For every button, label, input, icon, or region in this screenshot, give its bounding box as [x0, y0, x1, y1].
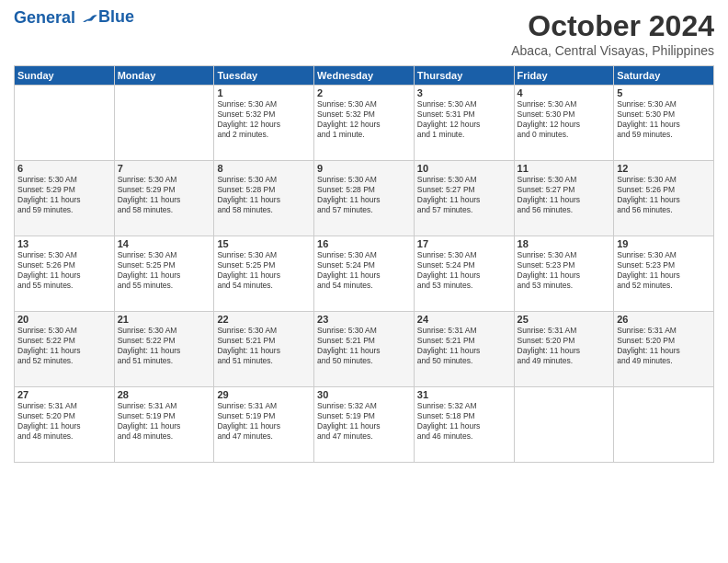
cell-info: and 54 minutes. — [217, 281, 311, 291]
logo-general: General — [14, 8, 75, 27]
day-number: 22 — [217, 314, 311, 325]
day-number: 24 — [417, 314, 511, 325]
calendar-cell: 1Sunrise: 5:30 AMSunset: 5:32 PMDaylight… — [214, 86, 314, 161]
day-number: 19 — [617, 238, 711, 249]
day-number: 26 — [617, 314, 711, 325]
calendar-cell: 13Sunrise: 5:30 AMSunset: 5:26 PMDayligh… — [15, 236, 115, 312]
cell-info: Sunrise: 5:30 AM — [417, 250, 511, 260]
calendar-table: SundayMondayTuesdayWednesdayThursdayFrid… — [14, 65, 714, 463]
cell-info: Sunrise: 5:32 AM — [417, 401, 511, 411]
cell-info: Daylight: 11 hours — [317, 346, 411, 356]
day-number: 9 — [317, 163, 411, 174]
week-row-4: 20Sunrise: 5:30 AMSunset: 5:22 PMDayligh… — [15, 312, 714, 387]
cell-info: Sunrise: 5:30 AM — [217, 326, 311, 336]
logo-bird-icon — [82, 10, 98, 27]
calendar-cell: 12Sunrise: 5:30 AMSunset: 5:26 PMDayligh… — [614, 161, 714, 236]
calendar-cell: 20Sunrise: 5:30 AMSunset: 5:22 PMDayligh… — [15, 312, 115, 387]
cell-info: Daylight: 11 hours — [417, 421, 511, 431]
cell-info: Sunset: 5:25 PM — [217, 260, 311, 270]
cell-info: Sunrise: 5:30 AM — [217, 250, 311, 260]
cell-info: and 48 minutes. — [118, 431, 211, 442]
calendar-cell: 7Sunrise: 5:30 AMSunset: 5:29 PMDaylight… — [114, 161, 214, 236]
day-number: 25 — [518, 314, 611, 325]
cell-info: Sunrise: 5:30 AM — [217, 175, 311, 185]
calendar-cell: 22Sunrise: 5:30 AMSunset: 5:21 PMDayligh… — [214, 312, 314, 387]
day-header-monday: Monday — [114, 66, 214, 86]
cell-info: Daylight: 11 hours — [118, 421, 211, 431]
cell-info: Sunset: 5:23 PM — [617, 260, 711, 270]
day-number: 30 — [317, 389, 411, 400]
cell-info: Daylight: 11 hours — [17, 346, 111, 356]
cell-info: Sunset: 5:21 PM — [317, 336, 411, 346]
week-row-2: 6Sunrise: 5:30 AMSunset: 5:29 PMDaylight… — [15, 161, 714, 236]
month-title: October 2024 — [511, 9, 714, 43]
cell-info: Sunset: 5:21 PM — [417, 336, 511, 346]
cell-info: Sunset: 5:22 PM — [118, 336, 211, 346]
cell-info: Sunset: 5:20 PM — [617, 336, 711, 346]
cell-info: Daylight: 11 hours — [217, 270, 311, 281]
day-number: 2 — [317, 87, 411, 98]
cell-info: Sunrise: 5:31 AM — [217, 401, 311, 411]
cell-info: Sunset: 5:28 PM — [317, 185, 411, 195]
cell-info: Sunrise: 5:30 AM — [617, 250, 711, 260]
cell-info: and 1 minute. — [417, 130, 511, 140]
cell-info: and 50 minutes. — [417, 356, 511, 366]
cell-info: and 55 minutes. — [118, 281, 211, 291]
day-header-row: SundayMondayTuesdayWednesdayThursdayFrid… — [15, 66, 714, 86]
calendar-cell: 15Sunrise: 5:30 AMSunset: 5:25 PMDayligh… — [214, 236, 314, 312]
cell-info: Daylight: 12 hours — [317, 120, 411, 130]
cell-info: Sunset: 5:28 PM — [217, 185, 311, 195]
cell-info: Sunrise: 5:30 AM — [417, 99, 511, 109]
day-header-friday: Friday — [514, 66, 614, 86]
calendar-cell: 25Sunrise: 5:31 AMSunset: 5:20 PMDayligh… — [514, 312, 614, 387]
cell-info: Sunset: 5:27 PM — [518, 185, 611, 195]
cell-info: Sunset: 5:32 PM — [317, 109, 411, 120]
week-row-5: 27Sunrise: 5:31 AMSunset: 5:20 PMDayligh… — [15, 387, 714, 463]
cell-info: and 56 minutes. — [518, 205, 611, 215]
calendar-cell: 31Sunrise: 5:32 AMSunset: 5:18 PMDayligh… — [414, 387, 514, 463]
cell-info: Daylight: 11 hours — [118, 195, 211, 205]
day-number: 4 — [518, 87, 611, 98]
calendar-cell: 4Sunrise: 5:30 AMSunset: 5:30 PMDaylight… — [514, 86, 614, 161]
cell-info: Sunrise: 5:30 AM — [17, 326, 111, 336]
week-row-1: 1Sunrise: 5:30 AMSunset: 5:32 PMDaylight… — [15, 86, 714, 161]
cell-info: and 49 minutes. — [518, 356, 611, 366]
cell-info: Daylight: 11 hours — [617, 120, 711, 130]
cell-info: Sunrise: 5:31 AM — [118, 401, 211, 411]
calendar-cell: 19Sunrise: 5:30 AMSunset: 5:23 PMDayligh… — [614, 236, 714, 312]
cell-info: Daylight: 11 hours — [417, 346, 511, 356]
cell-info: and 59 minutes. — [617, 130, 711, 140]
calendar-cell: 8Sunrise: 5:30 AMSunset: 5:28 PMDaylight… — [214, 161, 314, 236]
day-number: 28 — [118, 389, 211, 400]
day-number: 6 — [17, 163, 111, 174]
day-number: 21 — [118, 314, 211, 325]
cell-info: Sunrise: 5:30 AM — [617, 99, 711, 109]
day-number: 8 — [217, 163, 311, 174]
cell-info: Daylight: 11 hours — [317, 421, 411, 431]
cell-info: Sunrise: 5:32 AM — [317, 401, 411, 411]
calendar-cell: 17Sunrise: 5:30 AMSunset: 5:24 PMDayligh… — [414, 236, 514, 312]
location-subtitle: Abaca, Central Visayas, Philippines — [511, 43, 714, 58]
cell-info: Sunset: 5:24 PM — [417, 260, 511, 270]
cell-info: Sunrise: 5:30 AM — [317, 250, 411, 260]
cell-info: Daylight: 11 hours — [317, 195, 411, 205]
cell-info: Daylight: 12 hours — [417, 120, 511, 130]
cell-info: Sunrise: 5:31 AM — [617, 326, 711, 336]
cell-info: and 58 minutes. — [217, 205, 311, 215]
header: General Blue October 2024 Abaca, Central… — [14, 9, 714, 58]
day-number: 16 — [317, 238, 411, 249]
cell-info: Sunrise: 5:30 AM — [118, 175, 211, 185]
cell-info: Sunrise: 5:30 AM — [317, 99, 411, 109]
calendar-cell: 26Sunrise: 5:31 AMSunset: 5:20 PMDayligh… — [614, 312, 714, 387]
cell-info: Sunset: 5:19 PM — [118, 411, 211, 421]
calendar-cell: 11Sunrise: 5:30 AMSunset: 5:27 PMDayligh… — [514, 161, 614, 236]
cell-info: Daylight: 11 hours — [417, 195, 511, 205]
cell-info: Sunrise: 5:30 AM — [317, 175, 411, 185]
cell-info: Daylight: 12 hours — [518, 120, 611, 130]
cell-info: and 59 minutes. — [17, 205, 111, 215]
cell-info: and 58 minutes. — [118, 205, 211, 215]
logo: General Blue — [14, 9, 134, 28]
cell-info: and 49 minutes. — [617, 356, 711, 366]
cell-info: Daylight: 11 hours — [17, 270, 111, 281]
cell-info: and 52 minutes. — [617, 281, 711, 291]
